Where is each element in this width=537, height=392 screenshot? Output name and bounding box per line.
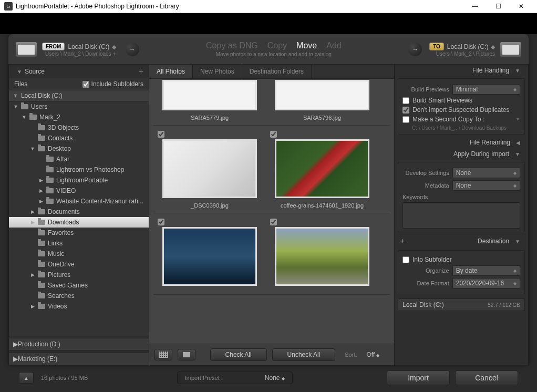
date-format-select[interactable]: 2020/2020-09-16◆	[452, 278, 520, 288]
minimize-button[interactable]: —	[463, 0, 487, 13]
folder-node[interactable]: ▶Website Content-Mizanur rah...	[9, 196, 149, 207]
destination-disk-row[interactable]: Local Disk (C:) 52.7 / 112 GB	[398, 298, 525, 311]
source-header[interactable]: ▼ Source +	[9, 65, 149, 78]
thumbnail-cell[interactable]: _DSC0390.jpg	[154, 128, 265, 211]
develop-settings-select[interactable]: None◆	[452, 168, 520, 178]
source-drive-icon	[16, 42, 37, 57]
folder-icon	[38, 230, 45, 235]
apply-during-import-header[interactable]: Apply During Import▼	[395, 148, 528, 160]
dest-drive-icon	[500, 42, 521, 57]
to-location[interactable]: Local Disk (C:) ◆	[447, 42, 495, 51]
folder-icon	[38, 272, 45, 277]
folder-icon	[38, 209, 45, 214]
folder-node[interactable]: Searches	[9, 291, 149, 301]
second-copy-checkbox[interactable]	[402, 116, 409, 123]
cancel-button[interactable]: Cancel	[455, 370, 518, 385]
folder-node[interactable]: OneDrive	[9, 259, 149, 270]
folder-node[interactable]: Lightroom vs Photoshop	[9, 164, 149, 175]
folder-node[interactable]: ▼Desktop	[9, 143, 149, 154]
organize-select[interactable]: By date◆	[452, 265, 520, 276]
action-copy[interactable]: Copy	[267, 41, 287, 50]
photo-checkbox[interactable]	[158, 131, 164, 138]
tab-all-photos[interactable]: All Photos	[149, 65, 193, 78]
folder-node[interactable]: 3D Objects	[9, 122, 149, 133]
tab-new-photos[interactable]: New Photos	[193, 65, 242, 78]
file-renaming-header[interactable]: File Renaming◀	[395, 137, 528, 148]
folder-node[interactable]: Aftar	[9, 154, 149, 164]
import-preset-box[interactable]: Import Preset : None ◆	[177, 372, 293, 384]
maximize-button[interactable]: ☐	[487, 0, 510, 13]
destination-header[interactable]: + Destination▼	[395, 234, 528, 248]
folder-label: Searches	[48, 292, 75, 300]
thumbnail-grid[interactable]: SARA5779.jpgSARA5796.jpg_DSC0390.jpgcoff…	[149, 79, 394, 344]
folder-node[interactable]: ▶LightroomPortable	[9, 175, 149, 185]
folder-label: Saved Games	[48, 282, 88, 289]
folder-node[interactable]: Contacts	[9, 133, 149, 143]
uncheck-all-button[interactable]: Uncheck All	[272, 348, 336, 361]
build-previews-select[interactable]: Minimal◆	[452, 84, 520, 95]
folder-icon	[21, 104, 28, 109]
include-subfolders-checkbox[interactable]	[82, 81, 89, 88]
folder-node[interactable]: Music	[9, 249, 149, 259]
to-arrow-button[interactable]: →	[408, 43, 422, 56]
build-previews-label: Build Previews	[402, 86, 449, 92]
chevron-down-icon[interactable]: ▼	[515, 117, 520, 122]
build-smart-previews-checkbox[interactable]	[402, 97, 409, 104]
folder-node[interactable]: Saved Games	[9, 280, 149, 291]
folder-node[interactable]: ▼Mark_2	[9, 112, 149, 122]
action-move[interactable]: Move	[296, 41, 317, 50]
drive-marketing[interactable]: ▶ Marketing (E:)	[9, 353, 149, 365]
drive-local-c[interactable]: ▼ Local Disk (C:)	[9, 90, 149, 101]
from-arrow-button[interactable]: →	[126, 43, 139, 56]
sort-value[interactable]: Off ◆	[367, 351, 380, 358]
file-handling-header[interactable]: File Handling▼	[395, 65, 528, 76]
folder-node[interactable]: Links	[9, 238, 149, 249]
into-subfolder-checkbox[interactable]	[402, 256, 409, 263]
folder-node[interactable]: ▶Pictures	[9, 270, 149, 280]
folder-node[interactable]: ▶Videos	[9, 301, 149, 312]
photo-checkbox[interactable]	[270, 131, 277, 138]
folder-node[interactable]: ▼Users	[9, 101, 149, 112]
destination-box: Into Subfolder Organize By date◆ Date Fo…	[398, 250, 525, 294]
thumbnail-cell[interactable]	[154, 215, 265, 292]
folder-label: Videos	[48, 303, 67, 310]
app-logo: Lr	[4, 2, 13, 11]
thumbnail-cell[interactable]	[267, 215, 377, 292]
dialog-footer: ▲ 16 photos / 95 MB Import Preset : None…	[8, 367, 529, 388]
loupe-view-button[interactable]	[178, 349, 195, 360]
import-button[interactable]: Import	[387, 370, 450, 385]
photo-checkbox[interactable]	[158, 219, 164, 225]
collapse-icon: ▼	[515, 68, 520, 74]
collapse-icon: ▼	[515, 151, 520, 157]
folder-label: Links	[48, 240, 63, 247]
thumbnail-cell[interactable]: SARA5779.jpg	[154, 80, 265, 123]
folder-icon	[46, 167, 54, 172]
metadata-select[interactable]: None◆	[452, 180, 520, 191]
collapse-button[interactable]: ▲	[19, 372, 34, 384]
folder-node[interactable]: ▶Documents	[9, 207, 149, 217]
folder-node[interactable]: Favorites	[9, 228, 149, 238]
drive-production[interactable]: ▶ Production (D:)	[9, 338, 149, 350]
action-add[interactable]: Add	[326, 41, 341, 50]
add-destination-button[interactable]: +	[400, 236, 405, 246]
folder-icon	[29, 115, 37, 120]
dont-import-duplicates-checkbox[interactable]	[402, 107, 409, 114]
check-all-button[interactable]: Check All	[210, 348, 267, 361]
grid-view-button[interactable]	[154, 349, 172, 360]
close-button[interactable]: ✕	[510, 0, 533, 13]
folder-node[interactable]: ▶VIDEO	[9, 185, 149, 196]
keywords-input[interactable]	[402, 202, 520, 229]
thumbnail-cell[interactable]: SARA5796.jpg	[267, 80, 377, 123]
photo-checkbox[interactable]	[270, 219, 277, 225]
folder-label: Mark_2	[39, 114, 60, 121]
add-source-button[interactable]: +	[139, 67, 143, 76]
folder-tree[interactable]: ▼Users▼Mark_23D ObjectsContacts▼DesktopA…	[9, 101, 149, 336]
from-location[interactable]: Local Disk (C:) ◆	[68, 42, 116, 51]
action-copy-as-dng[interactable]: Copy as DNG	[206, 41, 258, 50]
photo-thumbnail	[162, 139, 257, 198]
thumbnail-cell[interactable]: coffee-grains-1474601_1920.jpg	[267, 128, 377, 211]
expand-icon: ▼	[13, 104, 18, 109]
folder-node[interactable]: ▶Downloads	[9, 217, 149, 228]
into-subfolder-label: Into Subfolder	[412, 256, 452, 263]
tab-destination-folders[interactable]: Destination Folders	[242, 65, 312, 78]
